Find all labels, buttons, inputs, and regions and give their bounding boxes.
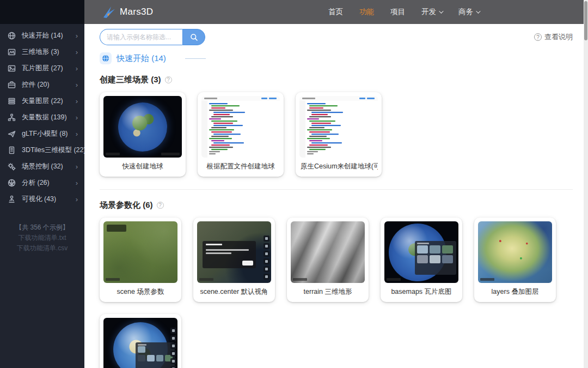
chevron-right-icon: ›: [76, 81, 78, 88]
nav-item-features[interactable]: 功能: [359, 7, 374, 17]
question-circle-icon[interactable]: ?: [165, 76, 172, 83]
section-header: 快速开始 (14): [100, 52, 573, 64]
example-card-scene-params[interactable]: scene 场景参数: [100, 218, 181, 302]
sidebar-item-controls[interactable]: 控件 (20) ›: [0, 76, 84, 93]
search-input[interactable]: [100, 29, 182, 45]
sidebar-item-label: 3DTiles三维模型 (22): [22, 146, 86, 155]
section-globe-icon: [100, 52, 112, 64]
thumbnail-earth-dark: [103, 96, 182, 158]
sidebar-item-tile-layers[interactable]: 瓦片图层 (27) ›: [0, 60, 84, 76]
card-label: scene.center 默认视角: [197, 283, 271, 302]
thumbnail-code-editor: [201, 96, 280, 158]
main-panel: Mars3D 首页 功能 项目 开发 商务: [84, 0, 588, 368]
sidebar-item-gltf-models[interactable]: gLTF小模型 (8) ›: [0, 125, 84, 142]
thumbnail-code-editor: [299, 96, 378, 158]
marker-person-icon: [8, 195, 17, 203]
sidebar-item-3dtiles-models[interactable]: 3DTiles三维模型 (22) ›: [0, 142, 84, 158]
example-card-layers[interactable]: layers 叠加图层: [474, 218, 556, 302]
terrain-icon: [8, 48, 17, 56]
analysis-globe-icon: [8, 179, 17, 187]
thumbnail-overlay-map: [478, 221, 552, 283]
group-header-create-scene: 创建三维场景 (3) ?: [100, 75, 573, 85]
card-label: scene 场景参数: [103, 283, 177, 302]
sidebar-nav: 快速开始 (14) › 三维地形 (3) › 瓦片图层 (27) ›: [0, 24, 84, 207]
card-label: basemaps 瓦片底图: [384, 283, 458, 302]
view-docs-link[interactable]: ? 查看说明: [534, 32, 573, 42]
sidebar-item-label: 矢量图层 (22): [22, 96, 76, 106]
sidebar-item-label: 控件 (20): [22, 80, 76, 89]
nav-item-business[interactable]: 商务: [458, 7, 479, 17]
sidebar-item-label: gLTF小模型 (8): [22, 129, 76, 138]
card-grid-group1: 快速创建地球 根据配置文件创建地球 原生Cesium来创建地球(可与...: [100, 92, 573, 177]
question-circle-icon: ?: [534, 33, 542, 41]
card-label: 快速创建地球: [103, 158, 182, 177]
search-icon: [190, 33, 198, 41]
vector-data-icon: [8, 113, 17, 122]
group-divider-line: [100, 189, 573, 190]
content-area: ? 查看说明 快速开始 (14) 创建三维场景 (3) ?: [84, 24, 588, 368]
plane-icon: [8, 130, 17, 138]
download-txt-link[interactable]: 下载功能清单.txt: [0, 233, 84, 243]
page-scrollbar[interactable]: [584, 0, 588, 368]
section-title: 快速开始 (14): [117, 53, 166, 64]
chevron-right-icon: ›: [76, 196, 78, 203]
card-label: terrain 三维地形: [291, 283, 365, 302]
download-csv-link[interactable]: 下载功能清单.csv: [0, 243, 84, 254]
example-card-control[interactable]: control 控件: [100, 314, 181, 368]
example-card-native-cesium[interactable]: 原生Cesium来创建地球(可与...: [296, 92, 382, 177]
gears-icon: [8, 162, 17, 171]
search-button[interactable]: [182, 29, 205, 45]
section-divider: [185, 58, 206, 59]
group-title: 创建三维场景 (3): [100, 75, 161, 85]
chevron-right-icon: ›: [76, 130, 78, 137]
sidebar-item-analysis[interactable]: 分析 (26) ›: [0, 174, 84, 191]
top-navbar: Mars3D 首页 功能 项目 开发 商务: [84, 0, 588, 24]
examples-total-count: 【共 356 个示例】: [0, 222, 84, 233]
nav-item-home[interactable]: 首页: [328, 7, 343, 17]
toolbox-icon: [8, 81, 17, 89]
example-card-basemaps[interactable]: basemaps 瓦片底图: [381, 218, 462, 302]
nav-item-projects[interactable]: 项目: [390, 7, 405, 17]
sidebar-item-label: 分析 (26): [22, 178, 76, 188]
tile-image-icon: [8, 64, 17, 73]
sidebar-item-label: 快速开始 (14): [22, 31, 76, 40]
thumbnail-globe-basemaps: [384, 221, 458, 283]
sidebar-item-vector-data[interactable]: 矢量数据 (139) ›: [0, 109, 84, 125]
thumbnail-globe-control: [103, 318, 177, 368]
globe-icon: [8, 32, 17, 40]
sidebar-item-visualization[interactable]: 可视化 (43) ›: [0, 191, 84, 207]
chevron-right-icon: ›: [76, 65, 78, 72]
building-icon: [8, 146, 17, 154]
example-card-terrain[interactable]: terrain 三维地形: [287, 218, 369, 302]
sidebar-footer: 【共 356 个示例】 下载功能清单.txt 下载功能清单.csv: [0, 222, 84, 254]
sidebar-item-vector-layers[interactable]: 矢量图层 (22) ›: [0, 93, 84, 109]
coords-dialog: [203, 241, 256, 268]
sidebar-item-quickstart[interactable]: 快速开始 (14) ›: [0, 27, 84, 44]
sidebar-item-scene-control[interactable]: 场景控制 (32) ›: [0, 158, 84, 174]
view-docs-label: 查看说明: [544, 32, 573, 42]
sidebar: 快速开始 (14) › 三维地形 (3) › 瓦片图层 (27) ›: [0, 0, 84, 368]
sidebar-item-label: 可视化 (43): [22, 195, 76, 204]
thumbnail-gray-terrain: [291, 221, 365, 283]
chevron-right-icon: ›: [76, 179, 78, 186]
chevron-down-icon: [476, 9, 480, 13]
content-toolbar: ? 查看说明: [100, 29, 573, 45]
chevron-right-icon: ›: [76, 163, 78, 170]
sidebar-item-terrain[interactable]: 三维地形 (3) ›: [0, 44, 84, 60]
card-label: 根据配置文件创建地球: [201, 158, 280, 177]
group-title: 场景参数化 (6): [100, 200, 153, 210]
group-header-scene-params: 场景参数化 (6) ?: [100, 200, 573, 210]
chevron-down-icon: [439, 9, 443, 13]
nav-item-develop[interactable]: 开发: [421, 7, 442, 17]
app-window: 快速开始 (14) › 三维地形 (3) › 瓦片图层 (27) ›: [0, 0, 588, 368]
example-card-config-create-earth[interactable]: 根据配置文件创建地球: [198, 92, 284, 177]
example-card-quick-create-earth[interactable]: 快速创建地球: [100, 92, 186, 177]
sidebar-item-label: 场景控制 (32): [22, 162, 76, 171]
brand-logo[interactable]: Mars3D: [102, 5, 153, 19]
chevron-right-icon: ›: [76, 114, 78, 121]
mars3d-star-icon: [102, 5, 116, 19]
chevron-right-icon: ›: [76, 32, 78, 39]
scrollbar-thumb[interactable]: [584, 1, 587, 40]
question-circle-icon[interactable]: ?: [157, 202, 164, 209]
example-card-scene-center[interactable]: scene.center 默认视角: [193, 218, 275, 302]
